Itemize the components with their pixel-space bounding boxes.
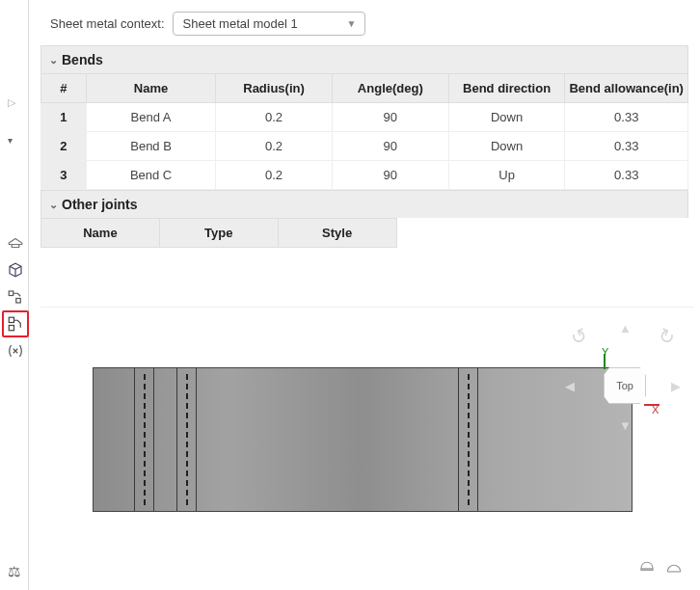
tool-variable-icon[interactable] <box>2 337 29 364</box>
collapse-toggle-icon[interactable]: ▾ <box>8 135 13 146</box>
context-dropdown[interactable]: Sheet metal model 1 ▼ <box>173 12 365 36</box>
rotate-cw-icon[interactable]: ↺ <box>655 323 680 351</box>
bend-centerline <box>144 374 146 505</box>
table-header-row: Name Type Style <box>41 219 397 248</box>
col-style[interactable]: Style <box>278 219 396 248</box>
col-name[interactable]: Name <box>86 74 215 103</box>
svg-rect-1 <box>16 299 21 304</box>
view-cube-face-label: Top <box>616 380 633 391</box>
orbit-left-icon[interactable]: ◀ <box>565 379 575 393</box>
bends-title: Bends <box>62 52 103 67</box>
expand-left-icon[interactable]: ▷ <box>8 96 21 110</box>
svg-rect-0 <box>9 291 13 296</box>
col-radius[interactable]: Radius(in) <box>216 74 333 103</box>
tool-cube-icon[interactable] <box>2 256 29 283</box>
chevron-down-icon: ⌄ <box>49 54 58 67</box>
table-row[interactable]: 3 Bend C 0.2 90 Up 0.33 <box>41 161 688 190</box>
col-direction[interactable]: Bend direction <box>448 74 565 103</box>
bends-table: # Name Radius(in) Angle(deg) Bend direct… <box>40 73 688 190</box>
context-label: Sheet metal context: <box>50 16 165 31</box>
orbit-up-icon[interactable]: ▲ <box>619 321 632 335</box>
viewport-helmet-icon[interactable] <box>638 557 656 578</box>
axis-y-label: Y <box>602 346 608 358</box>
rotate-ccw-icon[interactable]: ↺ <box>567 323 592 351</box>
col-allowance[interactable]: Bend allowance(in) <box>565 74 688 103</box>
svg-rect-2 <box>9 317 13 322</box>
joints-title: Other joints <box>62 197 138 212</box>
view-cube-face[interactable]: Top <box>604 367 646 404</box>
axis-x-line <box>644 404 660 406</box>
bends-section-header[interactable]: ⌄ Bends <box>40 45 688 73</box>
svg-rect-3 <box>9 326 13 331</box>
bend-edge <box>153 368 154 511</box>
joints-section-header[interactable]: ⌄ Other joints <box>40 190 688 218</box>
tool-unfold-icon[interactable] <box>2 283 29 310</box>
axis-x-label: X <box>652 404 659 416</box>
context-dropdown-value: Sheet metal model 1 <box>183 16 298 31</box>
bend-edge <box>196 368 197 511</box>
joints-table: Name Type Style <box>40 218 397 248</box>
col-angle[interactable]: Angle(deg) <box>332 74 448 103</box>
flat-pattern-geometry[interactable] <box>93 367 633 512</box>
col-idx[interactable]: # <box>41 74 87 103</box>
tool-part-icon[interactable] <box>2 229 29 256</box>
bend-edge <box>477 368 478 511</box>
bend-edge <box>176 368 177 511</box>
bend-edge <box>458 368 459 511</box>
tool-balance-icon[interactable]: ⚖ <box>8 563 20 580</box>
table-row[interactable]: 2 Bend B 0.2 90 Down 0.33 <box>41 132 688 161</box>
viewport-3d[interactable]: ↺ ↺ ▲ ▼ ◀ ▶ Y X Top <box>40 307 694 584</box>
table-row[interactable]: 1 Bend A 0.2 90 Down 0.33 <box>41 103 688 132</box>
chevron-down-icon: ▼ <box>347 18 357 29</box>
bend-centerline <box>468 374 470 505</box>
chevron-down-icon: ⌄ <box>49 199 58 211</box>
tool-flatpattern-icon[interactable] <box>2 310 29 337</box>
orbit-down-icon[interactable]: ▼ <box>619 418 632 433</box>
table-header-row: # Name Radius(in) Angle(deg) Bend direct… <box>41 74 688 103</box>
col-type[interactable]: Type <box>159 219 278 248</box>
bend-edge <box>134 368 135 511</box>
bend-centerline <box>186 374 188 505</box>
orbit-right-icon[interactable]: ▶ <box>671 379 681 393</box>
col-name[interactable]: Name <box>41 219 160 248</box>
viewport-arc-icon[interactable] <box>665 557 683 578</box>
